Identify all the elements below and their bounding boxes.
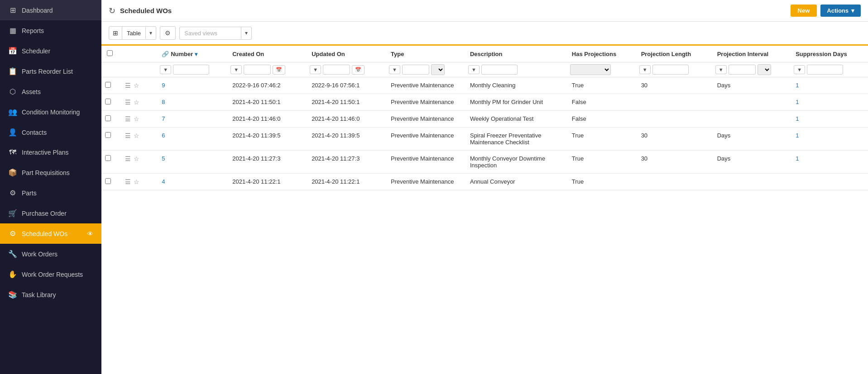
row-list-icon[interactable]: ☰: [125, 155, 131, 162]
type-column-header[interactable]: Type: [385, 46, 465, 62]
row-number-link[interactable]: 9: [162, 82, 165, 89]
row-star-icon[interactable]: ☆: [134, 178, 139, 185]
sidebar-item-reports[interactable]: ▦Reports: [0, 20, 101, 41]
sidebar-item-purchase-order[interactable]: 🛒Purchase Order: [0, 203, 101, 223]
description-filter-button[interactable]: ▼: [468, 65, 480, 74]
sidebar-item-interactive-plans[interactable]: 🗺Interactive Plans: [0, 142, 101, 162]
updated-filter-input[interactable]: [323, 65, 350, 75]
row-number-link[interactable]: 7: [162, 115, 165, 122]
row-star-icon[interactable]: ☆: [134, 82, 139, 89]
sidebar-item-dashboard[interactable]: ⊞Dashboard: [0, 0, 101, 20]
new-button[interactable]: New: [791, 5, 817, 17]
actions-button[interactable]: Actions ▾: [820, 5, 861, 17]
select-all-checkbox[interactable]: [107, 50, 113, 56]
suppression-days-link[interactable]: 1: [796, 82, 799, 89]
proj-interval-filter-input[interactable]: [729, 65, 756, 75]
sidebar-item-parts-reorder[interactable]: 📋Parts Reorder List: [0, 61, 101, 81]
row-star-icon[interactable]: ☆: [134, 115, 139, 123]
created-on-column-header[interactable]: Created On: [227, 46, 306, 62]
row-star-icon[interactable]: ☆: [134, 132, 139, 139]
row-checkbox[interactable]: [105, 115, 111, 121]
suppression-days-link[interactable]: 1: [796, 99, 799, 105]
row-projection-interval: Days: [712, 77, 791, 94]
settings-button[interactable]: ⚙: [160, 26, 176, 40]
suppression-days-link[interactable]: 1: [796, 132, 799, 139]
updated-on-column-header[interactable]: Updated On: [306, 46, 385, 62]
number-column-header[interactable]: 🔗 Number ▾: [156, 46, 227, 62]
suppression-days-column-header[interactable]: Suppression Days: [790, 46, 868, 62]
sidebar-item-part-requisitions[interactable]: 📦Part Requisitions: [0, 162, 101, 183]
proj-length-filter-button[interactable]: ▼: [639, 65, 651, 74]
sidebar-item-work-orders[interactable]: 🔧Work Orders: [0, 244, 101, 264]
row-checkbox[interactable]: [105, 132, 111, 138]
has-projections-column-header[interactable]: Has Projections: [566, 46, 636, 62]
sidebar-item-parts[interactable]: ⚙Parts: [0, 183, 101, 203]
row-number-link[interactable]: 8: [162, 99, 165, 105]
suppression-filter-button[interactable]: ▼: [794, 65, 805, 74]
sort-arrow-icon[interactable]: ▾: [195, 51, 197, 57]
updated-filter-button[interactable]: ▼: [310, 65, 321, 74]
sidebar-item-condition-monitoring[interactable]: 👥Condition Monitoring: [0, 102, 101, 122]
refresh-icon[interactable]: ↻: [109, 6, 115, 16]
has-projections-filter-select[interactable]: [570, 64, 611, 75]
row-star-icon[interactable]: ☆: [134, 155, 139, 162]
row-suppression-days: 1: [790, 151, 868, 174]
row-checkbox[interactable]: [105, 82, 111, 88]
row-number-cell: 8: [156, 94, 227, 111]
sidebar-item-contacts[interactable]: 👤Contacts: [0, 122, 101, 142]
saved-views-selector[interactable]: Saved views ▾: [179, 27, 252, 40]
row-created-on: 2022-9-16 07:46:2: [227, 77, 306, 94]
row-number-link[interactable]: 4: [162, 178, 165, 185]
saved-views-arrow[interactable]: ▾: [241, 27, 251, 39]
sidebar-item-scheduler[interactable]: 📅Scheduler: [0, 41, 101, 61]
row-checkbox[interactable]: [105, 99, 111, 104]
row-list-icon[interactable]: ☰: [125, 132, 131, 139]
row-list-icon[interactable]: ☰: [125, 99, 131, 106]
number-filter-input[interactable]: [173, 65, 209, 75]
actions-label: Actions: [827, 7, 849, 14]
description-label: Description: [470, 51, 503, 57]
number-filter-button[interactable]: ▼: [160, 65, 171, 74]
updated-calendar-button[interactable]: 📅: [352, 65, 364, 75]
row-checkbox[interactable]: [105, 155, 111, 161]
filter-description-cell: ▼: [465, 62, 566, 77]
sidebar-item-scheduled-wos[interactable]: ⚙Scheduled WOs👁: [0, 223, 101, 244]
dashboard-icon: ⊞: [8, 6, 17, 14]
sidebar-item-task-library[interactable]: 📚Task Library: [0, 284, 101, 305]
row-number-cell: 9: [156, 77, 227, 94]
contacts-icon: 👤: [8, 128, 17, 137]
projection-length-column-header[interactable]: Projection Length: [636, 46, 712, 62]
sidebar-item-work-order-requests[interactable]: ✋Work Order Requests: [0, 264, 101, 284]
created-calendar-button[interactable]: 📅: [273, 65, 285, 75]
row-star-icon[interactable]: ☆: [134, 99, 139, 106]
created-filter-button[interactable]: ▼: [230, 65, 242, 74]
proj-interval-filter-button[interactable]: ▼: [715, 65, 727, 74]
row-number-link[interactable]: 6: [162, 132, 165, 139]
proj-interval-filter-select[interactable]: [758, 64, 771, 75]
description-column-header[interactable]: Description: [465, 46, 566, 62]
proj-length-filter-input[interactable]: [652, 65, 689, 75]
suppression-days-link[interactable]: 1: [796, 155, 799, 162]
has-projections-label: Has Projections: [572, 51, 616, 57]
type-filter-input[interactable]: [402, 65, 429, 75]
row-checkbox[interactable]: [105, 178, 111, 184]
sidebar-item-assets[interactable]: ⬡Assets: [0, 81, 101, 102]
projection-interval-column-header[interactable]: Projection Interval: [712, 46, 791, 62]
created-filter-input[interactable]: [244, 65, 271, 75]
row-projection-interval: [712, 174, 791, 190]
row-number-link[interactable]: 5: [162, 155, 165, 162]
description-filter-input[interactable]: [481, 65, 518, 75]
row-list-icon[interactable]: ☰: [125, 82, 131, 89]
row-projection-interval: [712, 94, 791, 111]
view-selector[interactable]: ⊞ Table ▾: [109, 26, 156, 40]
suppression-filter-input[interactable]: [807, 65, 843, 75]
sidebar-item-label-work-order-requests: Work Order Requests: [22, 271, 83, 278]
row-list-icon[interactable]: ☰: [125, 115, 131, 123]
row-list-icon[interactable]: ☰: [125, 178, 131, 185]
type-filter-button[interactable]: ▼: [389, 65, 400, 74]
sidebar-eye-icon[interactable]: 👁: [87, 230, 93, 237]
row-number-cell: 7: [156, 111, 227, 128]
suppression-days-link[interactable]: 1: [796, 115, 799, 122]
view-dropdown-arrow[interactable]: ▾: [145, 27, 156, 39]
type-filter-select[interactable]: [431, 64, 445, 75]
